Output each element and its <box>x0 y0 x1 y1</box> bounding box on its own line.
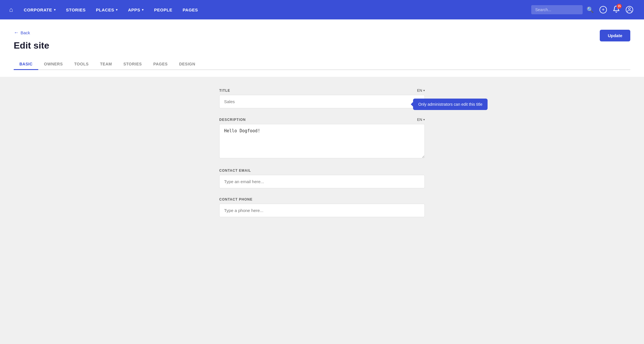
nav-label-people: PEOPLE <box>154 7 172 12</box>
nav-item-stories[interactable]: STORIES <box>62 5 90 15</box>
nav-label-stories: STORIES <box>66 7 86 12</box>
description-field-header: DESCRIPTION EN ▾ <box>219 117 425 122</box>
chevron-down-icon: ▾ <box>116 8 118 12</box>
contact-email-label: CONTACT EMAIL <box>219 169 251 173</box>
chevron-down-icon: ▾ <box>54 8 56 12</box>
nav-item-places[interactable]: PLACES ▾ <box>92 5 122 15</box>
form-area: TITLE EN ▾ Only administrators can edit … <box>0 77 644 277</box>
user-menu-button[interactable] <box>624 4 635 15</box>
description-label: DESCRIPTION <box>219 118 246 122</box>
back-link[interactable]: ← Back <box>14 30 30 36</box>
contact-phone-field-group: CONTACT PHONE <box>219 197 425 217</box>
form-inner: TITLE EN ▾ Only administrators can edit … <box>208 88 436 217</box>
tab-design[interactable]: DESIGN <box>173 59 201 70</box>
notification-badge: 15 <box>617 4 622 9</box>
update-button[interactable]: Update <box>600 30 630 41</box>
contact-phone-label: CONTACT PHONE <box>219 197 253 201</box>
title-field-group: TITLE EN ▾ Only administrators can edit … <box>219 88 425 108</box>
notifications-button[interactable]: 15 <box>611 4 622 16</box>
description-lang-selector[interactable]: EN ▾ <box>417 117 425 122</box>
nav-label-corporate: CORPORATE <box>24 7 52 12</box>
tab-bar: BASIC OWNERS TOOLS TEAM STORIES PAGES DE… <box>14 59 630 70</box>
nav-item-people[interactable]: PEOPLE <box>150 5 176 15</box>
contact-phone-field-header: CONTACT PHONE <box>219 197 425 201</box>
tab-pages[interactable]: PAGES <box>148 59 173 70</box>
tab-tools[interactable]: TOOLS <box>69 59 94 70</box>
nav-label-apps: APPS <box>128 7 140 12</box>
page-header-area: ← Back Edit site Update BASIC OWNERS TOO… <box>0 19 644 77</box>
chevron-down-icon: ▾ <box>142 8 144 12</box>
svg-point-0 <box>629 8 631 10</box>
page-title: Edit site <box>14 40 630 51</box>
contact-email-field-group: CONTACT EMAIL <box>219 169 425 188</box>
title-lang-value: EN <box>417 88 422 93</box>
back-arrow-icon: ← <box>14 30 19 36</box>
contact-phone-input[interactable] <box>219 204 425 217</box>
title-lang-selector[interactable]: EN ▾ <box>417 88 425 93</box>
contact-email-field-header: CONTACT EMAIL <box>219 169 425 173</box>
title-field-header: TITLE EN ▾ <box>219 88 425 93</box>
nav-item-corporate[interactable]: CORPORATE ▾ <box>20 5 60 15</box>
tab-owners[interactable]: OWNERS <box>38 59 69 70</box>
nav-label-places: PLACES <box>96 7 114 12</box>
tab-stories[interactable]: STORIES <box>118 59 148 70</box>
title-label: TITLE <box>219 89 230 93</box>
contact-email-input[interactable] <box>219 175 425 188</box>
nav-item-pages[interactable]: PAGES <box>179 5 202 15</box>
lang-chevron-icon: ▾ <box>423 118 425 121</box>
description-field-group: DESCRIPTION EN ▾ Hello Dogfood! <box>219 117 425 159</box>
back-label: Back <box>21 30 30 35</box>
navbar: ⌂ CORPORATE ▾ STORIES PLACES ▾ APPS ▾ PE… <box>0 0 644 19</box>
description-lang-value: EN <box>417 117 422 122</box>
add-button[interactable]: + <box>598 4 609 15</box>
tab-team[interactable]: TEAM <box>94 59 118 70</box>
tab-basic[interactable]: BASIC <box>14 59 38 70</box>
nav-item-apps[interactable]: APPS ▾ <box>124 5 148 15</box>
nav-label-pages: PAGES <box>183 7 198 12</box>
add-circle-icon: + <box>599 6 607 13</box>
title-input[interactable] <box>219 95 425 108</box>
search-icon[interactable]: 🔍 <box>585 5 595 15</box>
lang-chevron-icon: ▾ <box>423 89 425 92</box>
user-avatar-icon <box>626 6 633 13</box>
title-tooltip: Only administrators can edit this title <box>413 99 488 110</box>
search-input[interactable] <box>531 5 583 14</box>
home-icon[interactable]: ⌂ <box>9 6 13 13</box>
description-textarea[interactable]: Hello Dogfood! <box>219 124 425 158</box>
